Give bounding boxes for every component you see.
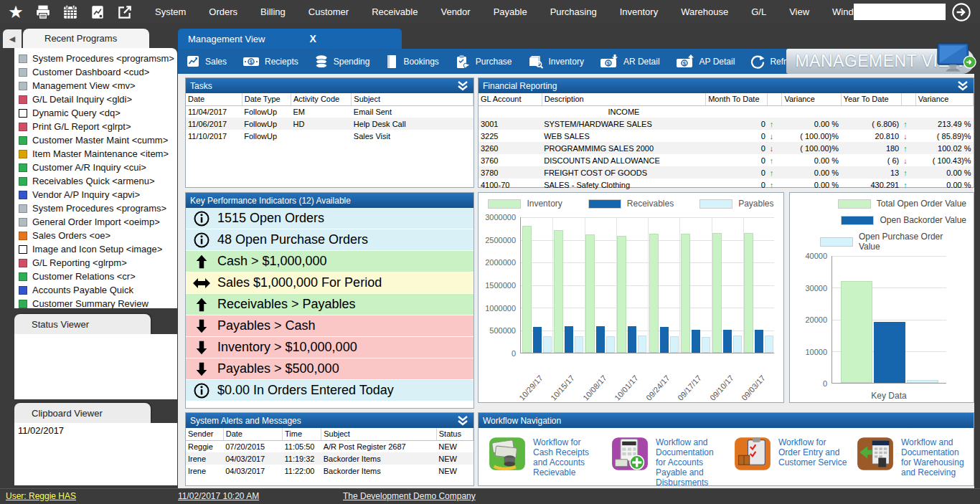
financial-collapse-chevron-icon[interactable] xyxy=(956,81,969,91)
kpi-item[interactable]: $0.00 In Orders Entered Today xyxy=(186,380,473,401)
financial-row[interactable]: 3780FREIGHT COST OF GOODS0↑0.00 %13↑0.00… xyxy=(479,166,974,179)
toolbar-button-bookings[interactable]: Bookings xyxy=(377,49,446,74)
kpi-item[interactable]: Sales $1,000,000 For Period xyxy=(186,272,473,293)
menu-item-receivable[interactable]: Receivable xyxy=(360,0,429,24)
column-header[interactable]: Subject xyxy=(352,93,473,105)
toolbar-button-reciepts[interactable]: $Reciepts xyxy=(235,49,306,74)
statusbar-datetime-link[interactable]: 11/02/2017 10:20 AM xyxy=(178,491,259,501)
workflow-item[interactable]: Workflow for Cash Receipts and Accounts … xyxy=(487,434,603,477)
column-header[interactable]: Description xyxy=(542,93,705,105)
menu-item-inventory[interactable]: Inventory xyxy=(608,0,669,24)
search-input[interactable] xyxy=(854,4,946,20)
column-header[interactable]: Year To Date xyxy=(841,93,901,105)
column-header[interactable]: Time xyxy=(282,428,321,440)
recent-program-item[interactable]: Customer Dashboard <cud> xyxy=(17,65,177,79)
recent-program-item[interactable]: Receivables Quick <armenu> xyxy=(17,174,177,188)
financial-row[interactable]: 3760DISCOUNTS AND ALLOWANCE0↑0.00 %( 6)↓… xyxy=(479,154,974,166)
status-viewer-tab[interactable]: Status Viewer xyxy=(14,314,151,334)
report-icon[interactable] xyxy=(89,4,106,21)
table-row[interactable]: Reggie07/20/201511:05:50A/R Post Registe… xyxy=(186,440,473,452)
column-header[interactable]: Activity Code xyxy=(291,93,352,105)
workflow-item[interactable]: Workflow for Order Entry and Customer Se… xyxy=(732,434,848,475)
recent-program-item[interactable]: Sales Orders <oe> xyxy=(17,229,177,242)
collapse-sidebar-icon[interactable]: ◀ xyxy=(3,29,22,48)
remote-desktop-icon[interactable] xyxy=(936,42,976,75)
menu-item-gl[interactable]: G/L xyxy=(740,0,778,24)
menu-item-payable[interactable]: Payable xyxy=(482,0,539,24)
kpi-item[interactable]: Receivables > Payables xyxy=(186,294,473,315)
financial-row[interactable]: 4100-70SALES - Safety Clothing0↑0.00 %43… xyxy=(479,179,974,191)
column-header[interactable] xyxy=(901,93,915,105)
kpi-item[interactable]: Cash > $1,000,000 xyxy=(186,251,473,272)
recent-program-item[interactable]: Dynamic Query <dq> xyxy=(17,106,177,120)
toolbar-button-ar-detail[interactable]: $AR Detail xyxy=(592,49,668,74)
table-row[interactable]: 11/10/2017FollowUpSales Visit xyxy=(186,130,473,142)
menu-item-system[interactable]: System xyxy=(143,0,197,24)
recent-program-item[interactable]: System Procedures <programsm> xyxy=(17,52,177,65)
alerts-collapse-chevron-icon[interactable] xyxy=(456,416,469,426)
column-header[interactable]: Variance xyxy=(782,93,841,105)
column-header[interactable] xyxy=(768,93,782,105)
table-row[interactable]: 11/04/2017FollowUpEMEmail Sent xyxy=(186,105,473,118)
toolbar-button-spending[interactable]: Spending xyxy=(306,49,378,74)
financial-row[interactable]: 3260PROGRAMMIMG SALES 20000↓( 100.00)%18… xyxy=(479,142,974,154)
tasks-collapse-chevron-icon[interactable] xyxy=(456,81,469,91)
toolbar-button-purchase[interactable]: Purchase xyxy=(447,49,520,74)
recent-program-item[interactable]: Accounts Payable Quick xyxy=(17,283,177,297)
search-go-icon[interactable] xyxy=(951,2,971,22)
recent-program-item[interactable]: Customer Relations <cr> xyxy=(17,270,177,283)
statusbar-user-link[interactable]: User: Reggie HAS xyxy=(6,491,76,501)
kpi-item[interactable]: 48 Open Purchase Orders xyxy=(186,229,473,250)
column-header[interactable]: Variance xyxy=(915,93,973,105)
kpi-item[interactable]: Payables > $500,000 xyxy=(186,358,473,379)
kpi-item[interactable]: Inventory > $10,000,000 xyxy=(186,337,473,358)
recent-program-item[interactable]: G/L Detail Inquiry <gldi> xyxy=(17,92,177,106)
recent-program-item[interactable]: Print G/L Report <glrpt> xyxy=(17,120,177,133)
toolbar-button-inventory[interactable]: Inventory xyxy=(520,49,592,74)
recent-program-item[interactable]: Customer A/R Inquiry <cui> xyxy=(17,161,177,174)
kpi-item[interactable]: Payables > Cash xyxy=(186,315,473,336)
kpi-item[interactable]: 1515 Open Orders xyxy=(186,208,473,229)
column-header[interactable]: Date Type xyxy=(242,93,291,105)
recent-program-item[interactable]: Customer Summary Review xyxy=(17,297,177,308)
menu-item-purchasing[interactable]: Purchasing xyxy=(539,0,608,24)
clipboard-viewer-tab[interactable]: Clipboard Viewer xyxy=(14,403,151,423)
column-header[interactable]: Month To Date xyxy=(706,93,768,105)
recent-programs-tab[interactable]: Recent Programs xyxy=(23,29,149,48)
menu-item-orders[interactable]: Orders xyxy=(197,0,249,24)
column-header[interactable]: Sender xyxy=(186,428,223,440)
favorites-star-icon[interactable]: ★ xyxy=(7,4,24,21)
financial-row[interactable]: 3225WEB SALES0↓( 100.00)%20.810↓( 85.89)… xyxy=(479,130,974,142)
table-row[interactable]: Irene04/03/201711:22:00Backorder ItemsNE… xyxy=(186,465,473,477)
recent-program-item[interactable]: Image and Icon Setup <image> xyxy=(17,242,177,256)
menu-item-billing[interactable]: Billing xyxy=(249,0,297,24)
close-tab-icon[interactable]: X xyxy=(309,33,316,44)
column-header[interactable]: Subject xyxy=(321,428,437,440)
print-icon[interactable] xyxy=(34,4,52,21)
recent-program-item[interactable]: Customer Master Maint <cumm> xyxy=(17,133,177,147)
table-row[interactable]: 11/06/2017FollowUpHDHelp Desk Call xyxy=(186,118,473,130)
column-header[interactable]: GL Account xyxy=(479,93,542,105)
recent-program-item[interactable]: G/L Reporting <glrpm> xyxy=(17,256,177,270)
recent-program-item[interactable]: General Order Import <oeimp> xyxy=(17,215,177,229)
open-window-icon[interactable] xyxy=(116,4,133,21)
column-header[interactable]: Date xyxy=(223,428,282,440)
recent-program-item[interactable]: System Procedures <programs> xyxy=(17,201,177,215)
recent-program-item[interactable]: Management View <mv> xyxy=(17,79,177,92)
column-header[interactable]: Status xyxy=(436,428,473,440)
menu-item-vendor[interactable]: Vendor xyxy=(429,0,481,24)
menu-item-customer[interactable]: Customer xyxy=(297,0,360,24)
toolbar-button-ap-detail[interactable]: $AP Detail xyxy=(668,49,743,74)
statusbar-company-link[interactable]: The Development Demo Company xyxy=(343,491,476,501)
table-row[interactable]: Irene04/03/201711:19:32Backorder ItemsNE… xyxy=(186,452,473,465)
financial-row[interactable]: 3001SYSTEM/HARDWARE SALES0↑0.00 %( 6.806… xyxy=(479,118,974,130)
menu-item-view[interactable]: View xyxy=(778,0,821,24)
workflow-item[interactable]: Workflow and Documentation for Accounts … xyxy=(610,434,725,488)
menu-item-warehouse[interactable]: Warehouse xyxy=(669,0,740,24)
tab-management-view[interactable]: Management View X xyxy=(178,29,402,49)
column-header[interactable]: Date xyxy=(186,93,242,105)
recent-program-item[interactable]: Item Master Maintenance <item> xyxy=(17,147,177,161)
recent-program-item[interactable]: Vendor A/P Inquiry <apvi> xyxy=(17,188,177,201)
calendar-icon[interactable] xyxy=(62,4,79,21)
toolbar-button-sales[interactable]: Sales xyxy=(178,49,235,74)
